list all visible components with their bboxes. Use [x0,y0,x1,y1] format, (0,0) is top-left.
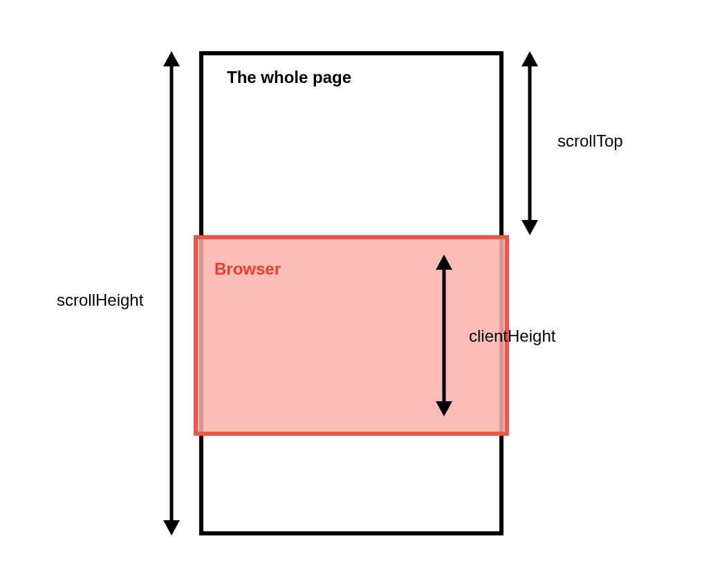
scroll-top-label: scrollTop [557,131,623,151]
svg-marker-8 [436,401,452,416]
svg-marker-1 [163,51,180,66]
svg-marker-2 [163,520,180,535]
whole-page-label: The whole page [227,68,351,88]
scroll-height-arrow [158,51,185,535]
svg-marker-7 [436,255,452,270]
client-height-arrow [430,255,458,416]
client-height-label: clientHeight [469,327,555,347]
scroll-top-arrow [516,51,544,235]
browser-label: Browser [214,259,281,279]
svg-marker-4 [521,51,538,66]
scroll-metrics-diagram: The whole page Browser scrollHeight scro… [0,0,702,588]
scroll-height-label: scrollHeight [57,291,143,311]
svg-marker-5 [521,220,538,235]
